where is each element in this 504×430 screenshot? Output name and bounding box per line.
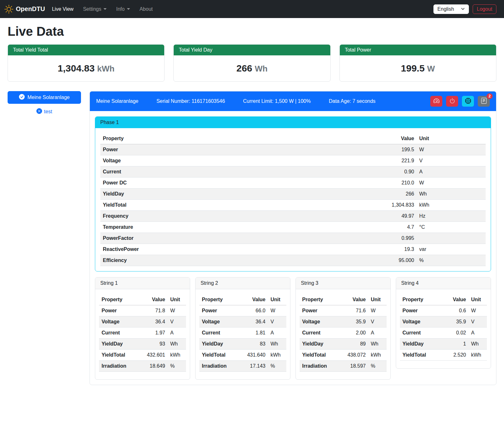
unit-cell: kWh [268, 350, 286, 361]
card-body: 1,304.83kWh [8, 55, 164, 81]
value-cell: 18.597 [339, 361, 368, 372]
table-header-row: PropertyValueUnit [199, 294, 286, 305]
table-row: YieldDay89Wh [300, 339, 387, 350]
table-row: PowerFactor0.995 [100, 233, 486, 244]
language-select[interactable]: English [433, 4, 469, 14]
card-body: 266Wh [174, 55, 330, 81]
string-card-title: String 2 [196, 277, 290, 289]
column-header: Value [439, 294, 469, 305]
brand[interactable]: OpenDTU [4, 5, 45, 14]
strings-row: String 1 PropertyValueUnitPower71.8WVolt… [95, 277, 491, 380]
table-row: YieldTotal1,304.833kWh [100, 200, 486, 211]
x-circle-icon [36, 108, 42, 115]
nav-item-info[interactable]: Info [116, 6, 130, 12]
unit-cell: A [469, 327, 487, 339]
nav-item-about[interactable]: About [140, 6, 153, 12]
table-row: YieldTotal431.640kWh [199, 350, 286, 361]
card-value: 199.5 [401, 63, 425, 73]
navbar: OpenDTU Live View Settings Info About En… [0, 0, 504, 18]
string-card-body: PropertyValueUnitPower71.6WVoltage35.9VC… [296, 289, 390, 379]
event-log-button[interactable]: 2 [478, 96, 490, 107]
column-header: Property [199, 294, 239, 305]
column-header: Value [382, 133, 417, 144]
unit-cell: Hz [417, 211, 486, 222]
property-cell: Irradiation [99, 361, 139, 372]
table-row: Current2.00A [300, 327, 387, 339]
logout-button[interactable]: Logout [473, 4, 496, 14]
total-yield-day-card: Total Yield Day 266Wh [173, 44, 330, 82]
property-cell: Voltage [300, 316, 339, 327]
unit-cell: Wh [168, 339, 186, 350]
inverter-card-header: Meine Solaranlage Serial Number: 1161716… [90, 91, 496, 111]
table-row: YieldTotal432.601kWh [99, 350, 186, 361]
value-cell: 36.4 [139, 316, 168, 327]
unit-cell: W [417, 144, 486, 155]
inverter-name: Meine Solaranlage [96, 98, 138, 104]
property-cell: Power DC [100, 178, 382, 189]
card-body: 199.5W [340, 55, 496, 81]
unit-cell: var [417, 244, 486, 255]
table-row: Voltage221.9V [100, 155, 486, 166]
table-row: YieldTotal438.072kWh [300, 350, 387, 361]
value-cell: 71.6 [339, 305, 368, 316]
value-cell: 19.3 [382, 244, 417, 255]
property-cell: Irradiation [199, 361, 239, 372]
chevron-down-icon [461, 6, 465, 12]
cpu-icon [465, 98, 471, 105]
check-circle-icon [19, 94, 25, 101]
table-row: Frequency49.97Hz [100, 211, 486, 222]
value-cell: 1 [439, 339, 469, 350]
value-cell: 2.00 [339, 327, 368, 339]
unit-cell: kWh [368, 350, 387, 361]
brand-label: OpenDTU [16, 5, 45, 13]
table-row: ReactivePower19.3var [100, 244, 486, 255]
string-1-table: PropertyValueUnitPower71.8WVoltage36.4VC… [99, 294, 186, 372]
value-cell: 36.4 [239, 316, 268, 327]
value-cell: 4.7 [382, 222, 417, 233]
value-cell: 2.520 [439, 350, 469, 361]
card-unit: kWh [97, 64, 115, 73]
value-cell: 0.02 [439, 327, 469, 339]
string-card-title: String 3 [296, 277, 390, 289]
column-header: Property [400, 294, 439, 305]
nav-item-settings[interactable]: Settings [83, 6, 107, 12]
table-row: Efficiency95.000% [100, 255, 486, 266]
card-title: Total Yield Total [8, 45, 164, 55]
property-cell: Voltage [100, 155, 382, 166]
inverter-selector-sidebar: Meine Solaranlage test [8, 91, 81, 115]
property-cell: YieldTotal [400, 350, 439, 361]
property-cell: Temperature [100, 222, 382, 233]
summary-cards-row: Total Yield Total 1,304.83kWh Total Yiel… [8, 44, 496, 82]
string-2-card: String 2 PropertyValueUnitPower66.0WVolt… [195, 277, 290, 380]
property-cell: Power [99, 305, 139, 316]
string-card-title: String 4 [396, 277, 491, 289]
property-cell: YieldDay [100, 189, 382, 200]
device-info-button[interactable] [462, 96, 474, 107]
string-2-table: PropertyValueUnitPower66.0WVoltage36.4VC… [199, 294, 286, 372]
card-value: 266 [236, 63, 252, 73]
table-row: Current1.81A [199, 327, 286, 339]
table-row: Voltage36.4V [99, 316, 186, 327]
inverter-button-test[interactable]: test [8, 108, 81, 115]
table-row: Temperature4.7°C [100, 222, 486, 233]
value-cell: 35.9 [439, 316, 469, 327]
inverter-button-selected[interactable]: Meine Solaranlage [8, 91, 81, 104]
property-cell: Voltage [99, 316, 139, 327]
property-cell: ReactivePower [100, 244, 382, 255]
page-title: Live Data [8, 24, 496, 39]
property-cell: YieldDay [400, 339, 439, 350]
column-header: Value [339, 294, 368, 305]
unit-cell: V [417, 155, 486, 166]
table-row: Voltage35.9V [300, 316, 387, 327]
unit-cell: V [469, 316, 487, 327]
nav-item-live-view[interactable]: Live View [52, 6, 73, 12]
event-count-badge: 2 [487, 93, 493, 99]
inverter-actions: 2 [430, 96, 490, 107]
power-button[interactable] [446, 96, 458, 107]
property-cell: Current [100, 166, 382, 178]
speedometer-icon [433, 98, 439, 105]
limit-settings-button[interactable] [430, 96, 442, 107]
inverter-card-body: Phase 1 PropertyValueUnitPower199.5WVolt… [90, 111, 496, 385]
unit-cell: % [268, 361, 286, 372]
unit-cell: W [417, 178, 486, 189]
